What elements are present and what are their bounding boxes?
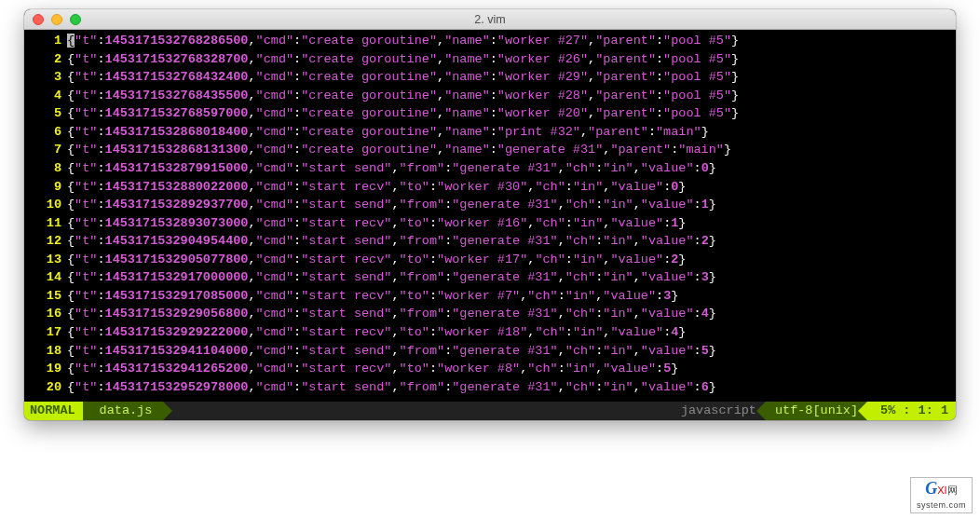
line-number-gutter: 12 [28,232,67,251]
code-line[interactable]: 17{"t":1453171532929222000,"cmd":"start … [28,323,948,342]
line-number-gutter: 19 [28,360,67,378]
window-title: 2. vim [24,13,956,26]
filetype: javascript [677,402,766,420]
code-content[interactable]: {"t":1453171532941104000,"cmd":"start se… [67,342,716,361]
status-spacer [163,402,677,420]
percent: 5% [880,403,895,417]
code-content[interactable]: {"t":1453171532905077800,"cmd":"start re… [67,251,686,269]
watermark-sub: system.com [917,500,966,510]
code-line[interactable]: 8{"t":1453171532879915000,"cmd":"start s… [28,159,948,178]
code-line[interactable]: 20{"t":1453171532952978000,"cmd":"start … [28,378,948,397]
line-number-gutter: 10 [28,196,67,214]
code-line[interactable]: 18{"t":1453171532941104000,"cmd":"start … [28,342,948,361]
line-number-gutter: 6 [28,123,67,142]
code-content[interactable]: {"t":1453171532892937700,"cmd":"start se… [67,196,716,214]
editor-viewport[interactable]: 1{"t":1453171532768286500,"cmd":"create … [24,30,956,402]
code-content[interactable]: {"t":1453171532929056800,"cmd":"start se… [67,305,716,323]
line-number-gutter: 1 [28,32,67,50]
line-number-gutter: 2 [28,50,67,69]
code-line[interactable]: 16{"t":1453171532929056800,"cmd":"start … [28,305,948,323]
watermark-g: G [925,479,937,498]
line-number-gutter: 13 [28,251,67,269]
code-content[interactable]: {"t":1453171532917000000,"cmd":"start se… [67,268,716,287]
code-line[interactable]: 9{"t":1453171532880022000,"cmd":"start r… [28,178,948,197]
line-number-gutter: 16 [28,305,67,323]
statusline: NORMAL data.js javascript utf-8[unix] 5%… [24,402,956,420]
titlebar[interactable]: 2. vim [24,9,956,30]
code-content[interactable]: {"t":1453171532768432400,"cmd":"create g… [67,68,739,87]
code-content[interactable]: {"t":1453171532768328700,"cmd":"create g… [67,50,739,69]
code-line[interactable]: 6{"t":1453171532868018400,"cmd":"create … [28,123,948,142]
code-line[interactable]: 15{"t":1453171532917085000,"cmd":"start … [28,287,948,306]
code-line[interactable]: 13{"t":1453171532905077800,"cmd":"start … [28,251,948,269]
watermark-xi: XI [937,485,946,496]
code-line[interactable]: 12{"t":1453171532904954400,"cmd":"start … [28,232,948,251]
code-line[interactable]: 11{"t":1453171532893073000,"cmd":"start … [28,214,948,233]
filename: data.js [83,402,164,420]
line-number-gutter: 18 [28,342,67,361]
code-line[interactable]: 19{"t":1453171532941265200,"cmd":"start … [28,360,948,378]
line-number-gutter: 5 [28,104,67,123]
line-number: 1 [919,403,926,417]
code-content[interactable]: {"t":1453171532768435500,"cmd":"create g… [67,87,739,105]
line-number-gutter: 3 [28,68,67,87]
line-number-gutter: 8 [28,159,67,178]
line-number-gutter: 4 [28,87,67,105]
code-content[interactable]: {"t":1453171532880022000,"cmd":"start re… [67,178,686,197]
code-line[interactable]: 10{"t":1453171532892937700,"cmd":"start … [28,196,948,214]
line-number-gutter: 9 [28,178,67,197]
line-number-gutter: 7 [28,141,67,159]
code-content[interactable]: {"t":1453171532929222000,"cmd":"start re… [67,323,686,342]
mode-indicator: NORMAL [24,402,83,420]
code-content[interactable]: {"t":1453171532879915000,"cmd":"start se… [67,159,716,178]
code-line[interactable]: 7{"t":1453171532868131300,"cmd":"create … [28,141,948,159]
code-content[interactable]: {"t":1453171532768597000,"cmd":"create g… [67,104,739,123]
watermark: GXI网 system.com [910,477,973,513]
line-number-gutter: 14 [28,268,67,287]
col-number: 1 [941,403,948,417]
code-content[interactable]: {"t":1453171532868018400,"cmd":"create g… [67,123,709,142]
code-line[interactable]: 1{"t":1453171532768286500,"cmd":"create … [28,32,948,50]
code-content[interactable]: {"t":1453171532893073000,"cmd":"start re… [67,214,686,233]
line-number-gutter: 15 [28,287,67,306]
position: 5% : 1: 1 [867,402,956,420]
code-line[interactable]: 2{"t":1453171532768328700,"cmd":"create … [28,50,948,69]
encoding: utf-8[unix] [766,402,867,420]
code-content[interactable]: {"t":1453171532941265200,"cmd":"start re… [67,360,678,378]
code-line[interactable]: 3{"t":1453171532768432400,"cmd":"create … [28,68,948,87]
line-number-gutter: 20 [28,378,67,397]
code-content[interactable]: {"t":1453171532952978000,"cmd":"start se… [67,378,716,397]
code-content[interactable]: {"t":1453171532768286500,"cmd":"create g… [67,32,739,50]
code-line[interactable]: 14{"t":1453171532917000000,"cmd":"start … [28,268,948,287]
code-content[interactable]: {"t":1453171532904954400,"cmd":"start se… [67,232,716,251]
terminal-window: 2. vim 1{"t":1453171532768286500,"cmd":"… [24,9,956,420]
code-content[interactable]: {"t":1453171532868131300,"cmd":"create g… [67,141,731,159]
line-number-gutter: 11 [28,214,67,233]
code-line[interactable]: 5{"t":1453171532768597000,"cmd":"create … [28,104,948,123]
watermark-cn: 网 [947,485,958,496]
line-number-gutter: 17 [28,323,67,342]
code-line[interactable]: 4{"t":1453171532768435500,"cmd":"create … [28,87,948,105]
code-content[interactable]: {"t":1453171532917085000,"cmd":"start re… [67,287,678,306]
